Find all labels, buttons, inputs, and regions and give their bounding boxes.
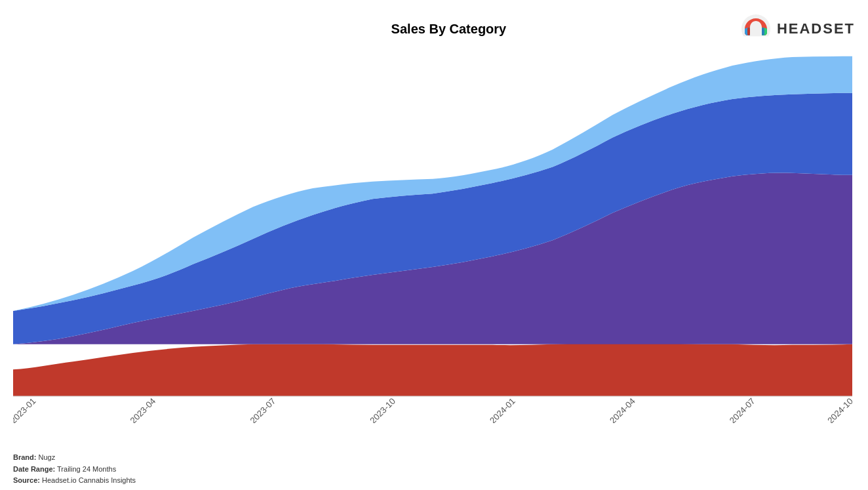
date-range-value: Trailing 24 Months xyxy=(57,465,116,473)
x-label-2: 2023-07 xyxy=(248,396,277,423)
logo-text: HEADSET xyxy=(777,20,855,37)
svg-rect-1 xyxy=(747,28,750,35)
x-label-5: 2024-04 xyxy=(608,396,637,423)
brand-label: Brand: xyxy=(13,453,36,461)
x-label-6: 2024-07 xyxy=(728,396,757,423)
area-chart: 2023-01 2023-04 2023-07 2023-10 2024-01 … xyxy=(13,36,852,423)
x-label-0: 2023-01 xyxy=(13,396,38,423)
x-label-3: 2023-10 xyxy=(368,396,397,423)
chart-title: Sales By Category xyxy=(157,22,740,37)
chart-container: Sales By Category HEADSET Concentrates E… xyxy=(0,0,868,490)
source-label: Source: xyxy=(13,476,40,484)
date-range-label: Date Range: xyxy=(13,465,55,473)
svg-rect-2 xyxy=(762,28,764,35)
footer-info: Brand: Nugz Date Range: Trailing 24 Mont… xyxy=(13,452,136,487)
x-label-4: 2024-01 xyxy=(488,396,517,423)
x-label-1: 2023-04 xyxy=(128,396,158,423)
brand-value: Nugz xyxy=(39,453,56,461)
x-label-7: 2024-10 xyxy=(825,396,852,423)
source-value: Headset.io Cannabis Insights xyxy=(42,476,136,484)
